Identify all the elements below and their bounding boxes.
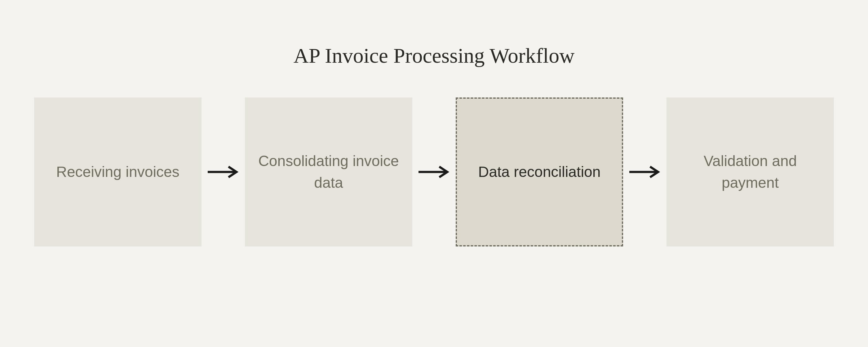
workflow-step-validation: Validation and payment (666, 97, 834, 247)
step-label: Receiving invoices (56, 161, 180, 183)
workflow-step-receiving: Receiving invoices (34, 97, 202, 247)
arrow-icon (202, 164, 245, 180)
arrow-icon (412, 164, 456, 180)
workflow-step-consolidating: Consolidating invoice data (245, 97, 412, 247)
step-label: Validation and payment (679, 150, 822, 193)
step-label: Consolidating invoice data (257, 150, 400, 193)
workflow-step-reconciliation: Data reconciliation (456, 97, 623, 247)
arrow-icon (623, 164, 666, 180)
diagram-title: AP Invoice Processing Workflow (293, 44, 575, 68)
step-label: Data reconciliation (478, 161, 601, 183)
workflow-row: Receiving invoices Consolidating invoice… (34, 97, 834, 247)
